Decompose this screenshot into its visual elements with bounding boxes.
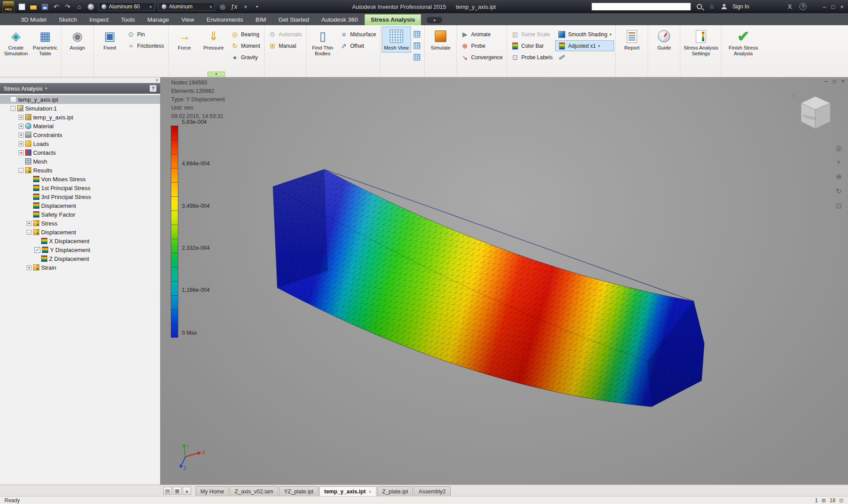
arrange-windows-button[interactable]: ▤ (163, 487, 172, 495)
tree-item-results[interactable]: - Results (0, 166, 160, 175)
search-icon[interactable] (697, 4, 702, 9)
doc-tab-yz-plate[interactable]: YZ_plate.ipt (279, 486, 318, 496)
open-button[interactable] (29, 3, 37, 11)
browser-header[interactable]: Stress Analysis ▾ ? (0, 83, 160, 94)
probe-button[interactable]: ⊕ Probe (458, 40, 505, 51)
offset-button[interactable]: ⇗ Offset (337, 40, 379, 51)
tab-3d-model[interactable]: 3D Model (15, 15, 52, 25)
expander-icon[interactable] (4, 97, 8, 102)
collapse-icon[interactable]: - (27, 230, 31, 235)
mesh-view-button[interactable]: Mesh View (382, 27, 411, 53)
doc-tab-assembly2[interactable]: Assembly2 (414, 486, 450, 496)
report-button[interactable]: Report (617, 27, 646, 53)
moment-button[interactable]: ↻ Moment (228, 40, 263, 51)
midsurface-button[interactable]: ≡ Midsurface (337, 29, 379, 40)
assign-material-button[interactable]: ◉ Assign (63, 27, 92, 53)
tree-item-stress-folder[interactable]: + Stress (0, 219, 160, 228)
zoom-icon[interactable]: ⊕ (836, 172, 841, 181)
frictionless-constraint-button[interactable]: ≈ Frictionless (124, 40, 167, 51)
exchange-apps-icon[interactable]: X (786, 3, 794, 11)
smooth-shading-dropdown[interactable]: Smooth Shading ▾ (555, 29, 614, 40)
orbit-icon[interactable]: ↻ (836, 187, 841, 195)
tree-item-mesh[interactable]: Mesh (0, 157, 160, 166)
parametric-table-button[interactable]: ▦ Parametric Table (31, 27, 60, 58)
tab-stress-analysis[interactable]: Stress Analysis (365, 14, 421, 25)
qat-options-button[interactable]: ▾ (253, 3, 261, 11)
collapse-icon[interactable]: - (11, 106, 15, 111)
material-combo[interactable]: Aluminum 60 ▾ (98, 2, 155, 11)
tree-item-displacement-result[interactable]: Displacement (0, 201, 160, 210)
gravity-button[interactable]: ● Gravity (228, 52, 263, 63)
simulate-button[interactable]: Simulate (426, 27, 455, 53)
doc-close-button[interactable]: × (841, 78, 844, 84)
expand-icon[interactable]: + (19, 150, 23, 155)
tree-item-x-displacement[interactable]: X Displacement (0, 237, 160, 245)
appearance-combo[interactable]: Aluminum ▾ (158, 2, 215, 11)
minimize-button[interactable]: – (823, 4, 826, 10)
save-button[interactable] (41, 3, 49, 11)
tree-item-loads[interactable]: + Loads (0, 139, 160, 148)
convergence-button[interactable]: ↘ Convergence (458, 52, 505, 63)
pressure-button[interactable]: ⇓ Pressure (199, 27, 228, 53)
loads-flyout-arrow[interactable]: ▾ (207, 72, 225, 76)
tree-item-safety-factor[interactable]: Safety Factor (0, 210, 160, 219)
expand-icon[interactable]: + (19, 115, 23, 120)
pan-icon[interactable]: + (836, 158, 840, 166)
tree-item-part[interactable]: + temp_y_axis.ipt (0, 113, 160, 122)
model-viewport[interactable]: – □ × Nodes:194583 Elements:135662 Type:… (161, 77, 848, 485)
doc-tab-temp-y-axis[interactable]: temp_y_axis.ipt × (319, 486, 376, 496)
fx-parameters-button[interactable]: ƒx (230, 3, 238, 11)
redo-button[interactable]: ↷ (64, 3, 72, 11)
expand-icon[interactable]: + (27, 265, 31, 270)
undo-button[interactable]: ↶ (52, 3, 60, 11)
restore-button[interactable]: □ (832, 4, 835, 10)
tree-item-von-mises[interactable]: Von Mises Stress (0, 175, 160, 183)
doc-tab-z-axis[interactable]: Z_axis_v02.iam (230, 486, 278, 496)
measure-button[interactable]: + (242, 3, 249, 11)
tree-item-root-document[interactable]: temp_y_axis.ipt (0, 95, 160, 104)
force-button[interactable]: → Force (170, 27, 199, 53)
view-cube[interactable]: ⌂ FRONT (790, 90, 838, 134)
tree-item-material[interactable]: + Material (0, 122, 160, 130)
doc-restore-button[interactable]: □ (833, 78, 836, 84)
user-icon[interactable] (721, 4, 727, 9)
viewcube-home-icon[interactable]: ⌂ (791, 92, 794, 98)
tab-inspect[interactable]: Inspect (84, 15, 115, 25)
steering-wheel-icon[interactable]: ◎ (836, 144, 842, 152)
color-scale-edit-button[interactable] (555, 52, 614, 63)
doc-minimize-button[interactable]: – (825, 78, 828, 84)
find-thin-bodies-button[interactable]: ▯ Find Thin Bodies (308, 27, 337, 58)
local-mesh-control-button[interactable] (411, 40, 423, 51)
browser-close-icon[interactable]: × (156, 77, 158, 83)
expander-icon[interactable] (19, 159, 23, 164)
tree-item-y-displacement[interactable]: ✓ Y Displacement (0, 245, 160, 254)
probe-labels-button[interactable]: ⊡ Probe Labels (508, 52, 555, 63)
y-displacement-checkbox[interactable]: ✓ (35, 247, 40, 253)
tab-get-started[interactable]: Get Started (273, 15, 315, 25)
tree-item-3rd-principal[interactable]: 3rd Principal Stress (0, 192, 160, 201)
tab-view[interactable]: View (176, 15, 200, 25)
tree-item-displacement-folder[interactable]: - Displacement (0, 228, 160, 237)
inventor-logo[interactable]: PRO (3, 1, 14, 12)
expand-icon[interactable]: + (19, 124, 23, 129)
tab-tools[interactable]: Tools (115, 15, 141, 25)
tab-bim[interactable]: BIM (249, 15, 272, 25)
expand-tab-bar-button[interactable]: ▴ (183, 487, 191, 495)
browser-help-button[interactable]: ? (150, 85, 157, 92)
adjust-button[interactable]: ◎ (219, 3, 226, 11)
help-search-input[interactable] (591, 3, 691, 11)
doc-tab-z-plate[interactable]: Z_plate.ipt (377, 486, 413, 496)
tab-close-icon[interactable]: × (369, 489, 372, 494)
tab-autodesk-360[interactable]: Autodesk 360 (316, 15, 364, 25)
tree-item-z-displacement[interactable]: Z Displacement (0, 254, 160, 263)
color-bar-button[interactable]: Color Bar (508, 40, 555, 51)
adjusted-scale-dropdown[interactable]: Adjusted x1 ▾ (555, 40, 614, 51)
tree-item-strain[interactable]: + Strain (0, 263, 160, 272)
create-simulation-button[interactable]: ◈ Create Simulation (1, 27, 31, 58)
animate-button[interactable]: ▶ Animate (458, 29, 505, 40)
expand-icon[interactable]: + (19, 133, 23, 137)
tab-environments[interactable]: Environments (201, 15, 249, 25)
tree-item-1st-principal[interactable]: 1st Principal Stress (0, 183, 160, 192)
tile-windows-button[interactable]: ▦ (173, 487, 181, 495)
manual-contacts-button[interactable]: ⊞ Manual (266, 40, 305, 51)
